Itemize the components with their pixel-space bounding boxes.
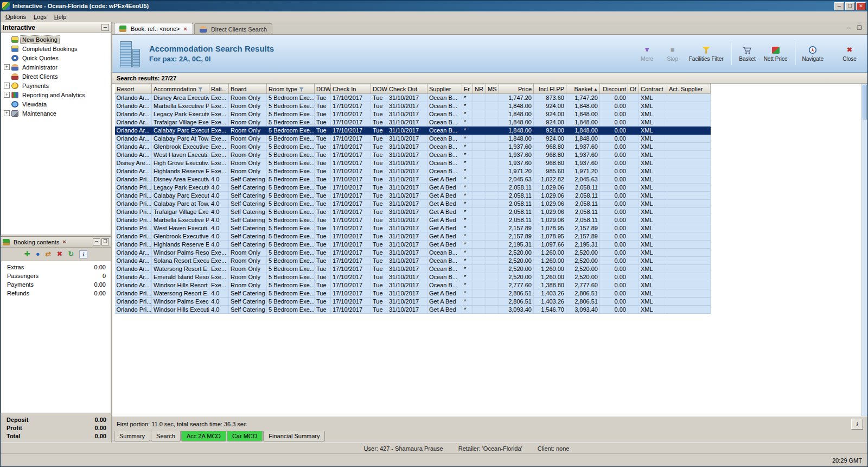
- sidebar-item-viewdata[interactable]: Viewdata: [1, 99, 111, 109]
- mdi-restore-icon[interactable]: ❐: [856, 25, 863, 31]
- result-row[interactable]: Orlando Pri...Calabay Parc at Tow...4.0S…: [115, 200, 711, 208]
- column-header-act-supplier[interactable]: Act. Supplier: [667, 84, 711, 94]
- minimize-button[interactable]: ─: [834, 2, 844, 10]
- filter-funnel-icon[interactable]: [299, 87, 304, 92]
- delete-icon[interactable]: ✖: [56, 250, 62, 258]
- result-row[interactable]: Orlando Pri...Legacy Park Executiv...4.0…: [115, 184, 711, 192]
- menu-item-help[interactable]: Help: [50, 12, 71, 21]
- column-header-resort[interactable]: Resort: [115, 84, 152, 94]
- scrollbar-thumb[interactable]: [863, 85, 867, 119]
- result-row[interactable]: Orlando Ar...Windsor Hills Resort ...Exe…: [115, 281, 711, 289]
- maximize-button[interactable]: ❐: [845, 2, 855, 10]
- bottom-tab-summary[interactable]: Summary: [114, 431, 150, 441]
- column-header-room-type[interactable]: Room type: [267, 84, 315, 94]
- result-row[interactable]: Orlando Ar...Calabay Parc Executi...Exe.…: [115, 127, 711, 135]
- result-row[interactable]: Orlando Ar...Emerald Island Resor...Exe.…: [115, 273, 711, 281]
- column-header-basket[interactable]: Basket▲: [566, 84, 600, 94]
- column-header-dow[interactable]: DOW: [315, 84, 331, 94]
- nett-price-button[interactable]: Nett Price: [762, 41, 790, 66]
- refresh-icon[interactable]: ↻: [68, 250, 74, 258]
- column-header-supplier[interactable]: Supplier: [427, 84, 462, 94]
- sidebar-item-completed-bookings[interactable]: Completed Bookings: [1, 44, 111, 53]
- column-header-er[interactable]: Er: [462, 84, 473, 94]
- column-header-incl-fl-pp[interactable]: Incl.Fl.PP: [534, 84, 566, 94]
- column-header-of[interactable]: Of: [628, 84, 639, 94]
- result-row[interactable]: Orlando Pri...Disney Area Executiv...4.0…: [115, 175, 711, 184]
- sidebar-item-quick-quotes[interactable]: Quick Quotes: [1, 53, 111, 62]
- sidebar-item-new-booking[interactable]: New Booking: [1, 35, 111, 44]
- column-header-accommodation[interactable]: Accommodation: [152, 84, 209, 94]
- column-header-rati[interactable]: Rati...: [209, 84, 229, 94]
- close-button[interactable]: ✖Close: [838, 41, 861, 66]
- sidebar-collapse-icon[interactable]: ─: [101, 24, 109, 31]
- result-row[interactable]: Orlando Ar...Disney Area Executiv...Exe.…: [115, 94, 711, 102]
- result-row[interactable]: Orlando Pri...Marbella Executive Pl...4.…: [115, 216, 711, 224]
- info-button[interactable]: i: [851, 419, 863, 430]
- result-row[interactable]: Orlando Pri...Watersong Resort E...4.0Se…: [115, 289, 711, 298]
- expand-plus-icon[interactable]: +: [4, 64, 10, 70]
- result-row[interactable]: Orlando Pri...Trafalgar Village Exe...4.…: [115, 208, 711, 216]
- result-row[interactable]: Orlando Ar...Watersong Resort E...Exe...…: [115, 265, 711, 273]
- result-row[interactable]: Orlando Ar...Marbella Executive Pl...Exe…: [115, 102, 711, 110]
- column-header-ms[interactable]: MS: [486, 84, 499, 94]
- globe-icon[interactable]: ●: [36, 250, 40, 258]
- filter-funnel-icon[interactable]: [198, 87, 203, 92]
- sidebar-item-payments[interactable]: +Payments: [1, 81, 111, 90]
- result-row[interactable]: Disney Are...High Grove Executiv...Exe..…: [115, 159, 711, 167]
- menu-item-logs[interactable]: Logs: [30, 12, 50, 21]
- column-header-board[interactable]: Board: [229, 84, 267, 94]
- booking-contents-row[interactable]: Refunds0.00: [1, 289, 111, 298]
- bottom-tab-acc-2a-mco[interactable]: Acc 2A MCO: [181, 431, 226, 441]
- panel-restore-icon[interactable]: ❐: [101, 238, 109, 245]
- add-icon[interactable]: ✚: [24, 250, 30, 258]
- tab-book-ref-none[interactable]: Book. ref.: <none>✕: [114, 23, 193, 34]
- tab-close-icon[interactable]: ✕: [183, 26, 188, 32]
- result-row[interactable]: Orlando Pri...Calabay Parc Executi...4.0…: [115, 192, 711, 200]
- column-header-check-out[interactable]: Check Out: [387, 84, 427, 94]
- result-row[interactable]: Orlando Ar...Legacy Park Executiv...Exe.…: [115, 110, 711, 118]
- booking-contents-row[interactable]: Extras0.00: [1, 263, 111, 272]
- result-row[interactable]: Orlando Ar...Calabay Parc At Tow...Exe..…: [115, 135, 711, 143]
- result-row[interactable]: Orlando Ar...West Haven Executi...Exe...…: [115, 151, 711, 159]
- column-header-discount[interactable]: Discount: [600, 84, 628, 94]
- menu-item-options[interactable]: Options: [2, 12, 30, 21]
- column-header-nr[interactable]: NR: [473, 84, 486, 94]
- expand-plus-icon[interactable]: +: [4, 92, 10, 98]
- booking-contents-row[interactable]: Payments0.00: [1, 280, 111, 289]
- result-row[interactable]: Orlando Ar...Highlands Reserve E...Exe..…: [115, 167, 711, 175]
- result-row[interactable]: Orlando Pri...West Haven Executi...4.0Se…: [115, 224, 711, 232]
- result-row[interactable]: Orlando Pri...Highlands Reserve E...4.0S…: [115, 241, 711, 249]
- vertical-scrollbar[interactable]: [861, 84, 867, 416]
- sidebar-item-maintenance[interactable]: +Maintenance: [1, 109, 111, 118]
- sidebar-item-direct-clients[interactable]: Direct Clients: [1, 72, 111, 81]
- column-header-contract[interactable]: Contract: [639, 84, 667, 94]
- sidebar-item-reporting-and-analytics[interactable]: +Reporting and Analytics: [1, 90, 111, 99]
- column-header-price[interactable]: Price: [499, 84, 534, 94]
- bottom-tab-search[interactable]: Search: [151, 431, 181, 441]
- facilities-filter-button[interactable]: Facilities Filter: [687, 41, 726, 66]
- result-row[interactable]: Orlando Ar...Glenbrook Executive ...Exe.…: [115, 143, 711, 151]
- transfer-icon[interactable]: ⇄: [46, 250, 52, 258]
- sidebar-item-administrator[interactable]: +Administrator: [1, 62, 111, 72]
- close-button[interactable]: ✕: [856, 2, 866, 10]
- expand-plus-icon[interactable]: +: [4, 83, 10, 89]
- basket-button[interactable]: Basket: [736, 41, 759, 66]
- column-header-dow[interactable]: DOW: [371, 84, 387, 94]
- info-icon[interactable]: i: [79, 250, 87, 258]
- tab-direct-clients-search[interactable]: Direct Clients Search: [194, 23, 272, 34]
- column-header-check-in[interactable]: Check In: [331, 84, 371, 94]
- result-row[interactable]: Orlando Pri...Glenbrook Executive ...4.0…: [115, 232, 711, 241]
- result-row[interactable]: Orlando Ar...Trafalgar Village Exe...Exe…: [115, 118, 711, 127]
- panel-minimize-icon[interactable]: ─: [93, 238, 100, 245]
- bottom-tab-car-mco[interactable]: Car MCO: [227, 431, 263, 441]
- booking-contents-row[interactable]: Passengers0: [1, 272, 111, 280]
- bottom-tab-financial-summary[interactable]: Financial Summary: [263, 431, 325, 441]
- booking-contents-close-icon[interactable]: ✕: [61, 239, 67, 245]
- result-row[interactable]: Orlando Ar...Solana Resort Execu...Exe..…: [115, 257, 711, 265]
- navigate-button[interactable]: Navigate: [800, 41, 826, 66]
- result-row[interactable]: Orlando Pri...Windsor Hills Executi...4.…: [115, 306, 711, 314]
- expand-plus-icon[interactable]: +: [4, 110, 10, 116]
- mdi-minimize-icon[interactable]: ─: [845, 25, 852, 31]
- result-row[interactable]: Orlando Ar...Windsor Palms Resor...Exe..…: [115, 249, 711, 257]
- result-row[interactable]: Orlando Pri...Windsor Palms Execu...4.0S…: [115, 298, 711, 306]
